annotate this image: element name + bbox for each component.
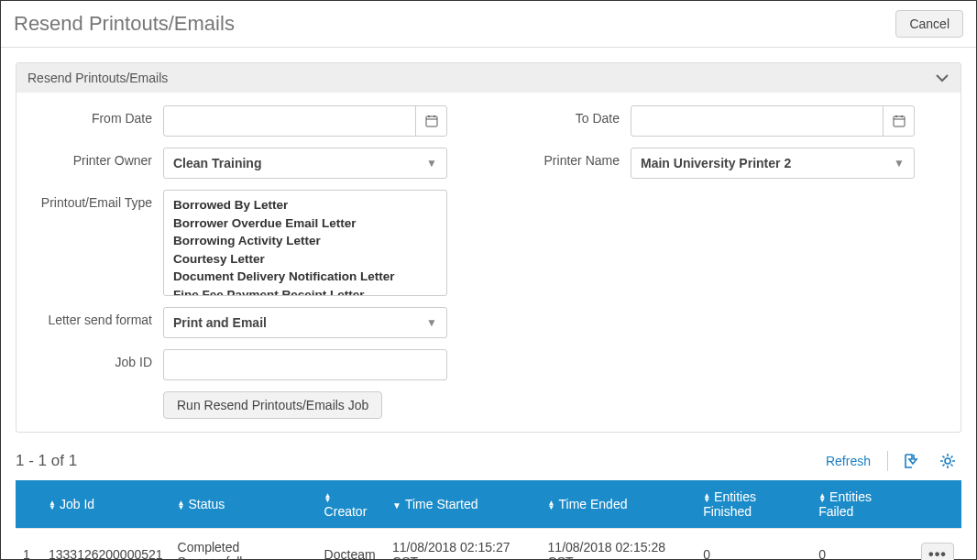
send-format-select[interactable]: Print and Email ▼ [163,307,447,338]
col-entities-failed[interactable]: ▲▼Entities Failed [811,480,914,529]
cell-job-id: 1333126200000521 [41,529,170,561]
from-date-label: From Date [26,105,163,126]
cell-time-started: 11/08/2018 02:15:27 CST [385,529,541,561]
cell-entities-finished: 0 [696,529,811,561]
printer-name-value: Main University Printer 2 [641,156,791,170]
printer-name-label: Printer Name [447,148,631,168]
printout-type-option[interactable]: Document Delivery Notification Letter [173,268,437,286]
cell-entities-failed: 0 [811,529,914,561]
panel-header[interactable]: Resend Printouts/Emails [16,63,961,93]
to-date-field[interactable] [631,105,915,137]
col-status[interactable]: ▲▼Status [170,480,317,529]
send-format-value: Print and Email [173,315,267,330]
gear-icon[interactable] [934,453,961,469]
printer-name-select[interactable]: Main University Printer 2 ▼ [631,148,915,179]
results-table: ▲▼Job Id ▲▼Status ▲▼Creator ▼Time Starte… [16,480,961,560]
run-job-button[interactable]: Run Resend Printouts/Emails Job [163,391,382,419]
cell-time-ended: 11/08/2018 02:15:28 CST [541,529,697,561]
printout-type-listbox[interactable]: Borrowed By LetterBorrower Overdue Email… [163,190,447,296]
printout-type-option[interactable]: Borrower Overdue Email Letter [173,214,437,233]
job-id-label: Job ID [26,349,163,369]
printer-owner-label: Printer Owner [26,148,163,168]
svg-point-8 [945,458,950,464]
col-time-ended[interactable]: ▲▼Time Ended [541,480,697,529]
to-date-label: To Date [447,105,631,126]
page-title: Resend Printouts/Emails [14,12,235,36]
printout-type-label: Printout/Email Type [26,190,163,210]
panel-title: Resend Printouts/Emails [27,71,168,85]
calendar-icon[interactable] [415,106,446,136]
svg-rect-4 [894,116,905,126]
printout-type-option[interactable]: Borrowing Activity Letter [173,232,437,250]
send-format-label: Letter send format [26,307,163,327]
divider [887,451,888,471]
printer-owner-value: Clean Training [173,156,261,170]
job-id-field[interactable] [163,349,447,380]
from-date-input[interactable] [164,114,415,128]
cancel-button[interactable]: Cancel [895,10,963,38]
col-creator[interactable]: ▲▼Creator [317,480,385,529]
caret-down-icon: ▼ [894,157,905,170]
calendar-icon[interactable] [883,106,914,136]
row-actions-button[interactable]: ••• [921,543,954,560]
printout-type-option[interactable]: Borrowed By Letter [173,196,437,214]
refresh-button[interactable]: Refresh [818,454,878,468]
col-time-started[interactable]: ▼Time Started [385,480,541,529]
caret-down-icon: ▼ [426,157,437,170]
cell-status: Completed Successfully [170,529,317,561]
printout-type-option[interactable]: Courtesy Letter [173,250,437,269]
to-date-input[interactable] [631,114,883,128]
job-id-input[interactable] [164,357,446,372]
col-entities-finished[interactable]: ▲▼Entities Finished [696,480,811,529]
svg-rect-0 [426,116,437,126]
printout-type-option[interactable]: Fine Fee Payment Receipt Letter [173,286,437,296]
table-row: 11333126200000521Completed SuccessfullyD… [16,529,961,561]
printer-owner-select[interactable]: Clean Training ▼ [163,148,447,179]
row-index: 1 [16,529,41,561]
caret-down-icon: ▼ [426,316,437,329]
export-icon[interactable] [897,453,925,469]
chevron-down-icon [935,71,950,85]
from-date-field[interactable] [163,105,447,137]
cell-creator: Docteam [317,529,385,561]
records-count: 1 - 1 of 1 [16,452,77,470]
col-job-id[interactable]: ▲▼Job Id [41,480,170,529]
